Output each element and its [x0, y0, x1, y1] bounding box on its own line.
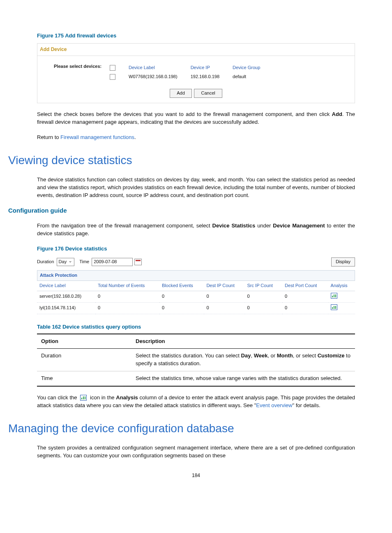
- paragraph: Select the check boxes before the device…: [37, 111, 355, 126]
- firewall-mgmt-link[interactable]: Firewall management functions: [60, 134, 134, 140]
- analysis-chart-icon[interactable]: [331, 304, 337, 310]
- after-table-paragraph: You can click the icon in the Analysis c…: [37, 394, 355, 410]
- col-srcip: Src IP Count: [245, 281, 283, 291]
- add-device-title: Add Device: [37, 44, 355, 56]
- time-input[interactable]: 2009-07-08: [92, 258, 133, 266]
- col-destip: Dest IP Count: [204, 281, 244, 291]
- analysis-chart-icon[interactable]: [331, 293, 337, 299]
- col-blocked: Blocked Events: [159, 281, 204, 291]
- col-analysis: Analysis: [328, 281, 355, 291]
- analysis-chart-icon: [80, 395, 87, 401]
- calendar-icon[interactable]: [134, 259, 142, 265]
- add-button[interactable]: Add: [170, 89, 192, 98]
- time-label: Time: [79, 259, 89, 265]
- figure-176-caption: Figure 176 Device statistics: [37, 245, 355, 253]
- add-device-panel: Add Device Please select devices: Device…: [37, 43, 355, 103]
- query-options-table: Option Description Duration Select the s…: [37, 334, 355, 387]
- db-intro: The system provides a centralized config…: [37, 444, 355, 460]
- table-162-caption: Table 162 Device statistics query option…: [37, 323, 355, 331]
- figure-175-caption: Figure 175 Add firewall devices: [37, 32, 355, 40]
- config-guide-text: From the navigation tree of the firewall…: [37, 222, 355, 238]
- paragraph: Return to Firewall management functions.: [37, 134, 355, 141]
- device-checkbox[interactable]: [110, 74, 115, 80]
- col-device-ip: Device IP: [188, 63, 230, 72]
- duration-label: Duration: [37, 259, 54, 265]
- col-device-label: Device Label: [126, 63, 188, 72]
- device-label-cell: W07768(192.168.0.198): [126, 72, 188, 81]
- page-number: 184: [37, 472, 355, 479]
- display-button[interactable]: Display: [331, 257, 355, 266]
- device-row: W07768(192.168.0.198) 192.168.0.198 defa…: [107, 72, 271, 81]
- stats-row: lyl(10.154.78.114) 0 0 0 0 0: [37, 302, 355, 314]
- section-heading-stats: Viewing device statistics: [8, 152, 355, 169]
- config-guide-heading: Configuration guide: [8, 206, 355, 215]
- please-select-label: Please select devices:: [54, 63, 107, 81]
- add-bold: Add: [332, 111, 342, 117]
- attack-protection-heading: Attack Protection: [37, 270, 355, 281]
- cancel-button[interactable]: Cancel: [194, 89, 222, 98]
- col-description: Description: [131, 334, 355, 349]
- select-all-checkbox[interactable]: [110, 65, 115, 71]
- duration-select[interactable]: Day: [57, 258, 75, 266]
- stats-row: server(192.168.0.28) 0 0 0 0 0: [37, 291, 355, 302]
- col-destport: Dest Port Count: [282, 281, 328, 291]
- col-total: Total Number of Events: [95, 281, 159, 291]
- col-device-group: Device Group: [230, 63, 271, 72]
- stats-intro: The device statistics function can colle…: [37, 176, 355, 199]
- option-row: Time Select the statistics time, whose v…: [37, 371, 355, 386]
- col-option: Option: [37, 334, 131, 349]
- stats-table: Device Label Total Number of Events Bloc…: [37, 281, 355, 314]
- device-group-cell: default: [230, 72, 271, 81]
- device-ip-cell: 192.168.0.198: [188, 72, 230, 81]
- device-stats-panel: Duration Day Time 2009-07-08 Display Att…: [37, 256, 355, 314]
- event-overview-link[interactable]: Event overview: [256, 402, 292, 408]
- option-row: Duration Select the statistics duration.…: [37, 349, 355, 371]
- col-device: Device Label: [37, 281, 95, 291]
- section-heading-db: Managing the device configuration databa…: [8, 420, 355, 437]
